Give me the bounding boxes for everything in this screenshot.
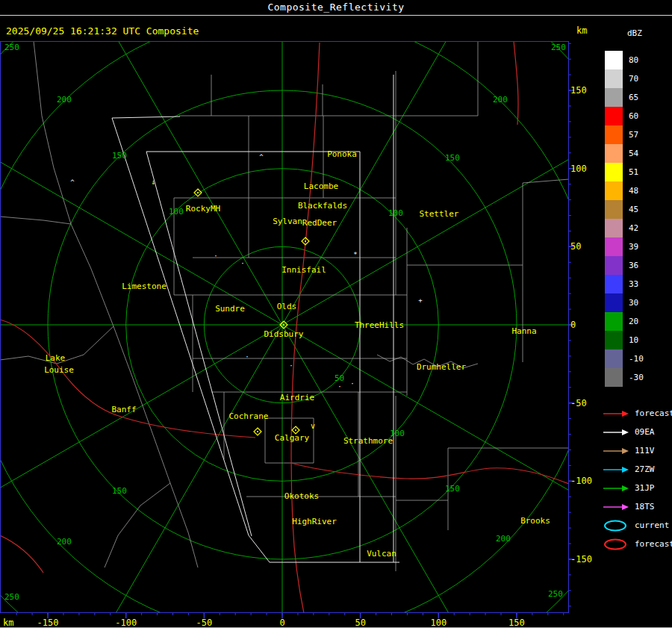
legend-item: 111V [602,441,672,460]
colorbar-value: 65 [629,93,638,102]
range-label: 50 [335,373,344,383]
legend-ellipse-icon [602,520,630,532]
range-label: 200 [496,534,511,544]
legend-item: 27ZW [602,460,672,479]
colorbar-swatch [605,237,623,256]
city-label: Calgary [275,433,310,443]
vector-marker: v [311,422,315,430]
legend-arrow-icon [602,464,630,476]
legend-item: 31JP [602,479,672,497]
y-tick-label: -100 [570,476,592,486]
radial-line [0,325,282,624]
legend-item: forecast [602,535,672,553]
boundary-line [34,41,71,224]
colorbar-value: 30 [629,298,638,308]
legend-item: forecast [602,404,672,423]
x-tick-label: 100 [423,618,453,628]
colorbar-level: 48 [605,181,644,200]
colorbar-swatch [605,349,623,368]
colorbar-level: -10 [605,349,644,368]
city-label: HighRiver [292,517,337,526]
city-label: RedDeer [302,218,337,228]
radar-sector-outline [112,116,180,118]
city-label: Drumheller [417,362,467,372]
range-label: 200 [57,95,72,105]
legend-item-label: forecast [635,539,672,549]
colorbar-swatch [605,144,623,163]
colorbar-swatch [605,125,623,144]
legend-item-label: forecast [635,408,672,418]
city-label: Sylvan [273,217,302,226]
colorbar-swatch [605,256,623,275]
colorbar-swatch [605,368,623,387]
city-label: Strathmore [343,436,393,446]
range-label: 250 [551,43,566,52]
colorbar-value: 54 [629,149,638,158]
boundary-line [523,179,569,183]
legend-item: 09EA [602,423,672,441]
city-label: Innisfail [281,265,326,275]
legend-arrow-icon [602,501,630,513]
colorbar-value: 33 [629,279,638,289]
x-axis-unit-label: km [3,618,13,628]
point-marker: · [245,353,249,361]
radar-viewer-window: Composite_Reflectivity 2025/09/25 16:21:… [0,0,672,628]
vector-marker: ↓ [151,178,155,186]
colorbar-swatch [605,181,623,200]
legend: forecast09EA111V27ZW31JP18TScurrentforec… [602,404,672,553]
title-bar: Composite_Reflectivity [0,0,672,16]
colorbar-title: dBZ [627,28,642,38]
legend-item-label: 27ZW [635,464,655,474]
y-axis: 150100500-50-100-150 [570,41,602,620]
colorbar-level: -30 [605,368,644,387]
y-tick-label: 50 [570,241,581,252]
range-label: 150 [445,153,460,163]
legend-arrow-icon [602,482,630,494]
colorbar-swatch [605,219,623,237]
y-tick-label: 100 [570,164,587,174]
point-marker: · [289,362,293,370]
colorbar-level: 60 [605,107,644,125]
city-label: RockyMH [186,204,220,214]
y-tick-label: 150 [570,85,587,96]
range-label: 250 [4,43,19,52]
colorbar-value: 48 [629,186,638,196]
colorbar-swatch [605,51,623,69]
range-label: 100 [169,207,184,217]
timestamp: 2025/09/25 16:21:32 UTC Composite [6,25,199,37]
city-label: ThreeHills [355,320,404,330]
colorbar-value: 57 [629,130,638,140]
colorbar: 80706560575451484542393633302010-10-30 [605,51,644,387]
colorbar-value: -30 [629,373,644,382]
point-marker: ^ [70,178,75,186]
city-label: Louise [44,365,74,375]
colorbar-level: 80 [605,51,644,69]
colorbar-level: 57 [605,125,644,144]
colorbar-value: 20 [629,317,638,326]
map-layers: 2502001501002502001501005010015020025015… [0,41,582,624]
colorbar-level: 51 [605,163,644,181]
colorbar-swatch [605,107,623,125]
y-tick-label: 0 [570,320,576,330]
colorbar-level: 36 [605,256,644,275]
colorbar-value: 70 [629,74,638,84]
colorbar-level: 30 [605,293,644,312]
x-tick-label: 0 [267,618,297,628]
range-label: 200 [57,537,72,547]
legend-arrow-icon [602,408,630,420]
colorbar-level: 45 [605,200,644,219]
colorbar-value: -10 [629,354,644,364]
range-label: 150 [445,484,460,494]
range-label: 150 [112,151,127,161]
colorbar-value: 39 [629,242,638,252]
colorbar-value: 42 [629,223,638,233]
city-label: Stettler [420,209,459,219]
radial-line [0,325,282,624]
legend-item: current [602,516,672,535]
legend-item-label: current [635,520,669,530]
colorbar-value: 36 [629,261,638,270]
x-tick-label: 150 [502,618,532,628]
point-marker: · [214,252,217,260]
colorbar-swatch [605,293,623,312]
highway-line [0,320,255,438]
